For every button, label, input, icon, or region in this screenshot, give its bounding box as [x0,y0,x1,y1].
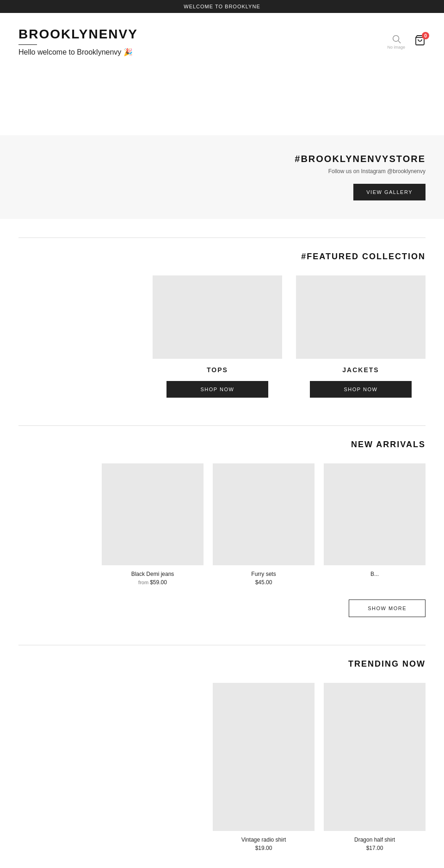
tops-shop-now-button[interactable]: SHOP NOW [166,381,268,398]
header-right: No image 0 [387,34,426,50]
jackets-shop-now-button[interactable]: SHOP NOW [310,381,412,398]
trending-title: TRENDING NOW [18,659,426,669]
logo-text: BROOKLYNENVY [18,27,138,42]
tops-image [153,275,282,359]
product-image-2 [213,463,314,565]
trending-section: TRENDING NOW Vintage radio shirt $19.00 … [0,631,444,868]
no-image-label: No image [387,45,405,50]
product-vintage: Vintage radio shirt $19.00 [213,683,314,851]
announcement-text: WELCOME TO BROOKLYNE [184,4,260,9]
tops-name: TOPS [207,366,228,374]
header: BROOKLYNENVY Hello welcome to Brooklynen… [0,13,444,61]
trending-image-1 [213,683,314,831]
new-arrivals-section: NEW ARRIVALS Black Demi jeans from $59.0… [0,412,444,631]
announcement-bar: WELCOME TO BROOKLYNE [0,0,444,13]
view-gallery-button[interactable]: VIEW GALLERY [353,184,426,200]
instagram-section: #BROOKLYNENVYSTORE Follow us on Instagra… [0,135,444,219]
logo-area: BROOKLYNENVY Hello welcome to Brooklynen… [18,27,138,56]
show-more-button[interactable]: SHOW MORE [349,599,426,617]
search-button[interactable]: No image [387,34,405,50]
product-3: B... [324,463,426,586]
featured-section: #FEATURED COLLECTION TOPS SHOP NOW JACKE… [0,219,444,412]
svg-point-0 [393,36,399,42]
product-name-1: Black Demi jeans [131,571,174,577]
logo-tagline: Hello welcome to Brooklynenvy 🎉 [18,48,133,56]
trending-name-1: Vintage radio shirt [241,837,286,843]
product-image-3 [324,463,426,565]
product-name-2: Furry sets [251,571,276,577]
from-label-1: from [138,580,150,585]
product-price-2: $45.00 [255,579,272,586]
hero-area [0,61,444,135]
collections-grid: TOPS SHOP NOW JACKETS SHOP NOW [18,275,426,398]
instagram-hashtag: #BROOKLYNENVYSTORE [295,154,426,164]
new-arrivals-grid: Black Demi jeans from $59.00 Furry sets … [18,463,426,586]
section-divider-1 [18,237,426,238]
jackets-name: JACKETS [342,366,379,374]
trending-price-2: $17.00 [366,845,383,851]
product-dragon: Dragon half shirt $17.00 [324,683,426,851]
section-divider-2 [18,425,426,426]
new-arrivals-title: NEW ARRIVALS [18,440,426,450]
cart-button[interactable]: 0 [414,35,426,49]
product-price-1: from $59.00 [138,579,167,586]
collection-jackets: JACKETS SHOP NOW [296,275,426,398]
trending-grid: Vintage radio shirt $19.00 Dragon half s… [18,683,426,851]
instagram-follow: Follow us on Instagram @brooklynenvy [328,168,426,175]
collection-tops: TOPS SHOP NOW [153,275,282,398]
product-furry-sets: Furry sets $45.00 [213,463,314,586]
svg-line-1 [398,41,401,43]
jackets-image [296,275,426,359]
product-name-3: B... [370,571,379,577]
cart-badge: 0 [422,32,429,39]
featured-title: #FEATURED COLLECTION [18,252,426,262]
trending-image-2 [324,683,426,831]
logo-divider [18,44,37,45]
trending-price-1: $19.00 [255,845,272,851]
product-black-demi: Black Demi jeans from $59.00 [102,463,204,586]
product-image-1 [102,463,204,565]
section-divider-3 [18,645,426,645]
trending-name-2: Dragon half shirt [354,837,395,843]
